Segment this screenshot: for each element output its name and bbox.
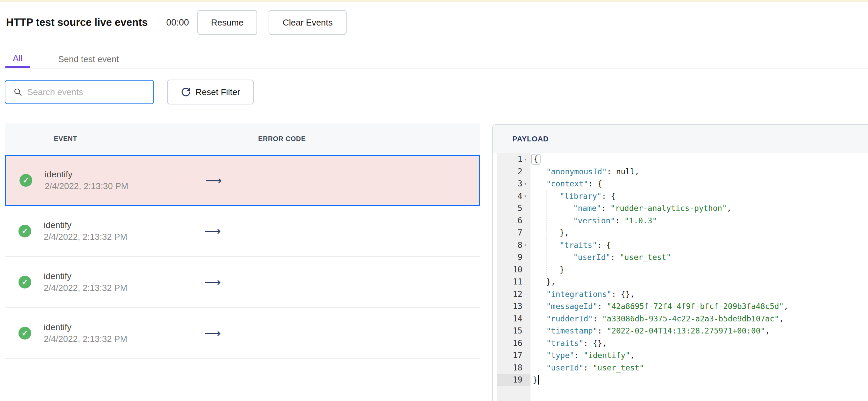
reset-filter-label: Reset Filter <box>196 87 240 97</box>
indent-guide <box>533 337 546 349</box>
indent-guide <box>533 276 546 288</box>
indent-guide <box>560 251 573 264</box>
events-table-header: EVENT ERROR CODE <box>5 123 480 155</box>
json-punctuation: : { <box>597 241 611 249</box>
indent-guide <box>546 251 560 264</box>
line-number: 9 <box>497 251 530 264</box>
line-number: 14 <box>497 313 530 325</box>
table-row[interactable]: ✓ identify 2/4/2022, 2:13:32 PM ⟶ <box>5 257 480 308</box>
fold-toggle-icon[interactable]: ▾ <box>522 194 530 199</box>
events-table: EVENT ERROR CODE ✓ identify 2/4/2022, 2:… <box>5 123 480 359</box>
code-line: }, <box>533 227 868 239</box>
fold-toggle-icon[interactable]: ▾ <box>522 181 530 187</box>
live-events-page: HTTP test source live events 00:00 Resum… <box>0 0 868 401</box>
indent-guide <box>533 325 546 337</box>
line-number: 18 <box>497 362 530 374</box>
line-number: 2 <box>497 166 530 178</box>
json-punctuation: { <box>531 154 540 165</box>
payload-code-editor[interactable]: 1▾23▾4▾5678▾910111213141516171819 {"anon… <box>493 153 868 401</box>
search-input[interactable] <box>27 87 144 98</box>
timer-value: 00:00 <box>166 18 189 28</box>
table-row[interactable]: ✓ identify 2/4/2022, 2:13:32 PM ⟶ <box>5 206 480 257</box>
code-line: "rudderId": "a33086db-9375-4c22-a2a3-b5d… <box>533 313 868 325</box>
event-cell: identify 2/4/2022, 2:13:32 PM <box>44 322 127 345</box>
json-key: "context" <box>546 179 588 188</box>
code-line: "timestamp": "2022-02-04T14:13:28.275971… <box>533 325 868 337</box>
json-string: "user_test" <box>593 363 644 372</box>
fold-toggle-icon[interactable]: ▾ <box>522 242 530 247</box>
event-timestamp: 2/4/2022, 2:13:32 PM <box>44 231 127 243</box>
code-line: "traits": {}, <box>533 337 868 349</box>
json-punctuation: : <box>593 314 602 323</box>
code-line: "integrations": {}, <box>533 288 868 301</box>
json-punctuation: : <box>574 351 584 360</box>
code-line: "context": { <box>533 178 868 190</box>
code-line: { <box>533 153 868 166</box>
event-cell: identify 2/4/2022, 2:13:30 PM <box>45 169 128 192</box>
payload-panel-header: PAYLOAD <box>493 125 868 153</box>
indent-guide <box>533 178 546 190</box>
indent-guide <box>533 190 546 202</box>
json-punctuation: }, <box>560 228 569 237</box>
clear-events-button[interactable]: Clear Events <box>269 10 347 35</box>
json-key: "name" <box>573 204 601 212</box>
indent-guide <box>533 239 546 252</box>
line-number-gutter: 1▾23▾4▾5678▾910111213141516171819 <box>497 153 530 401</box>
line-number: 1▾ <box>497 153 530 166</box>
json-key: "userId" <box>573 253 611 262</box>
json-key: "type" <box>546 351 574 360</box>
indent-guide <box>533 214 546 227</box>
payload-title: PAYLOAD <box>512 135 549 143</box>
json-punctuation: , <box>630 351 635 360</box>
tab-send-test-event[interactable]: Send test event <box>58 51 119 68</box>
json-punctuation: }, <box>546 277 556 286</box>
indent-guide <box>533 362 546 374</box>
code-line: } <box>533 264 868 276</box>
code-line: "messageId": "42a8695f-72f4-4f9f-bfcf-20… <box>533 300 868 313</box>
json-punctuation: : <box>611 253 620 262</box>
table-row[interactable]: ✓ identify 2/4/2022, 2:13:32 PM ⟶ <box>5 308 480 359</box>
event-name: identify <box>44 322 127 333</box>
line-number: 7 <box>497 227 530 239</box>
indent-guide <box>533 227 546 239</box>
json-punctuation: , <box>727 204 732 212</box>
json-string: "user_test" <box>620 253 671 262</box>
event-timestamp: 2/4/2022, 2:13:32 PM <box>44 333 127 345</box>
event-timestamp: 2/4/2022, 2:13:32 PM <box>44 282 127 294</box>
line-number: 6 <box>497 214 530 227</box>
event-cell: identify 2/4/2022, 2:13:32 PM <box>44 270 127 294</box>
json-key: "traits" <box>546 339 584 347</box>
json-key: "messageId" <box>546 302 597 311</box>
code-line: "traits": { <box>533 239 868 252</box>
json-punctuation: : {}, <box>612 290 635 299</box>
tab-all[interactable]: All <box>5 51 30 68</box>
line-number: 17 <box>497 349 530 362</box>
line-number: 16 <box>497 337 530 349</box>
json-punctuation: : null, <box>607 167 640 176</box>
json-key: "integrations" <box>546 290 612 299</box>
view-payload-arrow-icon: ⟶ <box>205 275 221 289</box>
line-number: 19 <box>497 374 530 386</box>
json-key: "timestamp" <box>546 327 597 335</box>
table-row[interactable]: ✓ identify 2/4/2022, 2:13:30 PM ⟶ <box>5 155 480 206</box>
json-string: "1.0.3" <box>624 216 657 225</box>
indent-guide <box>533 166 546 178</box>
json-punctuation: , <box>765 327 770 335</box>
indent-guide <box>533 288 546 301</box>
code-line: "anonymousId": null, <box>533 166 868 178</box>
event-cell: identify 2/4/2022, 2:13:32 PM <box>44 219 127 243</box>
json-punctuation: : {}, <box>584 339 607 347</box>
reset-filter-button[interactable]: Reset Filter <box>167 79 254 104</box>
json-punctuation: : <box>584 363 593 372</box>
resume-button[interactable]: Resume <box>197 10 257 35</box>
success-check-icon: ✓ <box>20 174 32 187</box>
search-box[interactable] <box>5 80 154 104</box>
line-number: 3▾ <box>497 178 530 190</box>
event-name: identify <box>44 270 127 282</box>
event-name: identify <box>44 219 127 231</box>
line-number: 15 <box>497 325 530 337</box>
fold-toggle-icon[interactable]: ▾ <box>522 157 530 162</box>
indent-guide <box>546 202 560 214</box>
indent-guide <box>546 190 560 202</box>
event-name: identify <box>45 169 128 180</box>
